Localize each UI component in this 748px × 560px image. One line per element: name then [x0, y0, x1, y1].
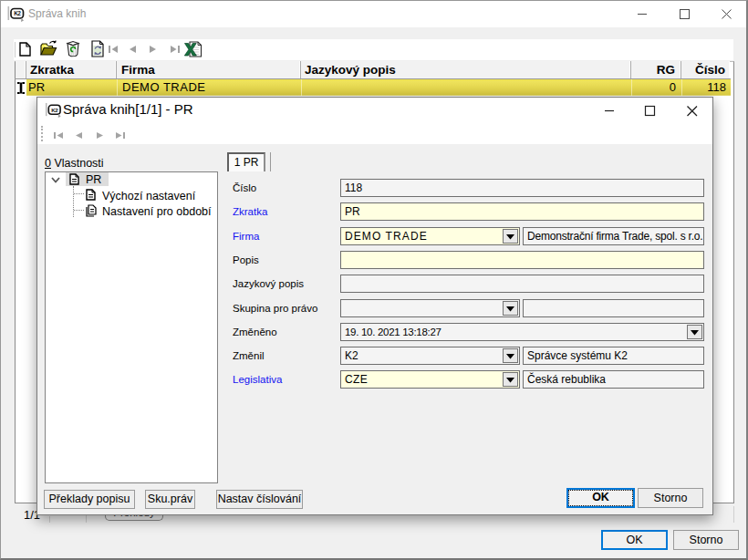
svg-text:K2: K2	[14, 10, 21, 16]
